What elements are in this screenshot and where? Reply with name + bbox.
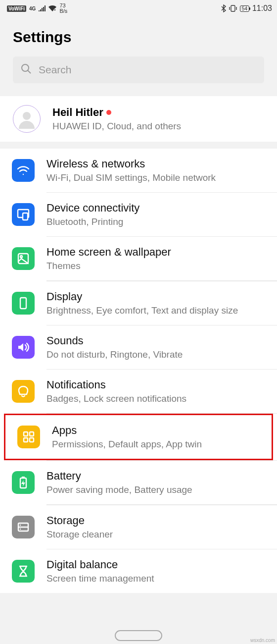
settings-row-display[interactable]: Display Brightness, Eye comfort, Text an… <box>0 281 277 325</box>
account-name: Heil Hitler <box>52 106 103 119</box>
svg-point-1 <box>54 9 55 10</box>
row-title: Display <box>46 290 264 303</box>
apps-icon <box>17 426 40 448</box>
settings-row-battery[interactable]: Battery Power saving mode, Battery usage <box>0 461 277 504</box>
svg-rect-10 <box>24 432 28 436</box>
row-title: Storage <box>46 514 264 527</box>
svg-rect-2 <box>231 5 235 11</box>
row-subtitle: Storage cleaner <box>46 529 264 540</box>
display-icon <box>12 292 35 315</box>
nav-pill[interactable] <box>115 630 162 641</box>
row-subtitle: Badges, Lock screen notifications <box>46 393 264 404</box>
account-subtitle: HUAWEI ID, Cloud, and others <box>52 121 181 132</box>
hourglass-icon <box>12 560 35 583</box>
row-subtitle: Themes <box>46 261 264 271</box>
net-speed: 73 B/s <box>59 3 67 14</box>
svg-point-4 <box>23 112 31 120</box>
row-subtitle: Brightness, Eye comfort, Text and displa… <box>46 305 264 316</box>
battery-icon <box>12 471 35 494</box>
svg-rect-13 <box>30 438 34 442</box>
row-subtitle: Wi-Fi, Dual SIM settings, Mobile network <box>46 172 264 183</box>
storage-icon <box>12 516 35 538</box>
row-title: Apps <box>52 424 259 437</box>
wifi-icon <box>12 159 35 182</box>
row-subtitle: Screen time management <box>46 573 264 584</box>
row-subtitle: Permissions, Default apps, App twin <box>52 439 259 450</box>
search-input[interactable]: Search <box>13 56 264 83</box>
network-gen-label: 4G <box>29 6 36 11</box>
svg-point-3 <box>22 64 29 71</box>
settings-row-picture[interactable]: Home screen & wallpaper Themes <box>0 237 277 280</box>
device-icon <box>12 203 35 226</box>
watermark: wsxdn.com <box>250 638 275 643</box>
wifi-icon <box>48 5 56 11</box>
svg-rect-12 <box>24 438 28 442</box>
sound-icon <box>12 336 35 359</box>
row-title: Digital balance <box>46 558 264 571</box>
svg-rect-15 <box>22 477 25 478</box>
settings-row-wifi[interactable]: Wireless & networks Wi-Fi, Dual SIM sett… <box>0 149 277 192</box>
settings-list: Wireless & networks Wi-Fi, Dual SIM sett… <box>0 149 277 593</box>
row-title: Home screen & wallpaper <box>46 246 264 259</box>
row-title: Wireless & networks <box>46 158 264 170</box>
row-subtitle: Bluetooth, Printing <box>46 216 264 227</box>
search-icon <box>21 63 32 76</box>
bell-icon <box>12 380 35 403</box>
search-placeholder: Search <box>39 64 72 76</box>
settings-row-hourglass[interactable]: Digital balance Screen time management <box>0 549 277 593</box>
page-title: Settings <box>0 15 277 56</box>
settings-row-storage[interactable]: Storage Storage cleaner <box>0 505 277 549</box>
settings-row-device[interactable]: Device connectivity Bluetooth, Printing <box>0 193 277 236</box>
battery-indicator: 54 <box>240 5 249 12</box>
svg-rect-11 <box>30 432 34 436</box>
row-title: Sounds <box>46 334 264 347</box>
picture-icon <box>12 247 35 270</box>
row-title: Device connectivity <box>46 202 264 215</box>
status-bar: VoWiFi 4G 73 B/s 54 11:03 <box>0 0 277 15</box>
avatar <box>13 105 41 133</box>
settings-row-bell[interactable]: Notifications Badges, Lock screen notifi… <box>0 370 277 413</box>
svg-point-8 <box>20 256 22 258</box>
signal-bars-icon <box>39 5 46 11</box>
vowifi-badge: VoWiFi <box>7 5 26 12</box>
bluetooth-icon <box>221 4 226 12</box>
clock: 11:03 <box>252 4 272 13</box>
row-title: Battery <box>46 470 264 483</box>
row-subtitle: Do not disturb, Ringtone, Vibrate <box>46 349 264 360</box>
vibrate-icon <box>229 5 237 12</box>
settings-row-apps[interactable]: Apps Permissions, Default apps, App twin <box>4 414 273 460</box>
svg-rect-9 <box>20 298 26 309</box>
notification-dot-icon <box>106 110 111 115</box>
row-title: Notifications <box>46 378 264 391</box>
svg-rect-6 <box>23 213 28 220</box>
row-subtitle: Power saving mode, Battery usage <box>46 484 264 495</box>
account-row[interactable]: Heil Hitler HUAWEI ID, Cloud, and others <box>0 96 277 149</box>
settings-row-sound[interactable]: Sounds Do not disturb, Ringtone, Vibrate <box>0 325 277 369</box>
